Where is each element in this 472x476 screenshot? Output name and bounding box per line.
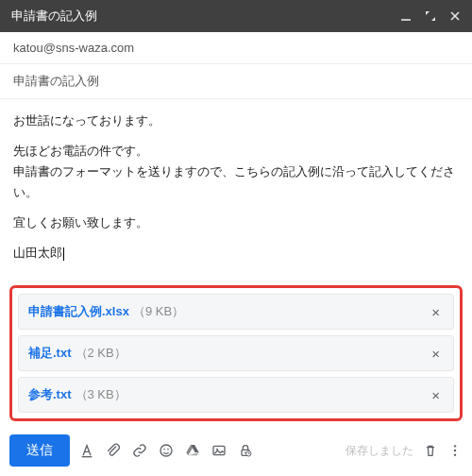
attachment-chip[interactable]: 補足.txt （2 KB） × [18,335,454,371]
saved-status: 保存しました [346,443,413,459]
body-closing: 宜しくお願い致します。 [13,212,459,233]
attachment-name: 参考.txt [28,386,72,403]
close-button[interactable] [449,10,461,22]
attachment-name: 申請書記入例.xlsx [28,303,129,320]
attachment-size: （3 KB） [76,386,126,403]
subject-value: 申請書の記入例 [13,74,99,88]
attachment-size: （2 KB） [76,345,126,362]
attachment-chip[interactable]: 申請書記入例.xlsx （9 KB） × [18,294,454,330]
recipients-field[interactable]: katou@sns-waza.com [0,32,472,64]
body-spacer [0,278,472,285]
insert-emoji-icon[interactable] [159,443,174,458]
remove-attachment-icon[interactable]: × [428,346,444,362]
svg-point-6 [167,449,169,450]
insert-link-icon[interactable] [132,443,147,458]
remove-attachment-icon[interactable]: × [428,387,444,403]
attach-file-icon[interactable] [106,443,121,458]
body-signature: 山田太郎 [13,243,459,264]
formatting-icons [79,443,253,458]
svg-point-4 [160,445,172,456]
fullscreen-button[interactable] [425,10,436,22]
svg-point-5 [163,449,165,450]
attachments-highlight-box: 申請書記入例.xlsx （9 KB） × 補足.txt （2 KB） × 参考.… [9,285,463,421]
svg-point-16 [454,450,456,451]
insert-drive-icon[interactable] [185,443,200,458]
attachment-size: （9 KB） [133,303,184,320]
svg-point-17 [454,453,456,455]
remove-attachment-icon[interactable]: × [428,304,444,320]
body-greeting: お世話になっております。 [13,110,459,131]
window-controls [400,10,461,22]
more-options-icon[interactable] [447,443,463,458]
attachment-name: 補足.txt [28,345,72,362]
send-button[interactable]: 送信 [9,434,70,467]
message-body[interactable]: お世話になっております。 先ほどお電話の件です。 申請書のフォーマットを送ります… [0,99,472,278]
compose-titlebar: 申請書の記入例 [0,0,472,32]
attachment-chip[interactable]: 参考.txt （3 KB） × [18,377,454,413]
subject-field[interactable]: 申請書の記入例 [0,64,472,98]
minimize-button[interactable] [400,10,412,22]
right-toolbar: 保存しました [346,443,463,459]
formatting-icon[interactable] [79,443,94,458]
text-cursor [63,247,64,261]
confidential-mode-icon[interactable] [238,443,253,458]
insert-photo-icon[interactable] [211,443,227,458]
recipients-value: katou@sns-waza.com [13,41,134,55]
discard-draft-icon[interactable] [423,443,438,458]
header-fields: katou@sns-waza.com 申請書の記入例 [0,32,472,99]
compose-toolbar: 送信 保存しました [0,427,472,476]
body-paragraph: 先ほどお電話の件です。 申請書のフォーマットを送りますので、こちらの記入例に沿っ… [13,141,459,203]
window-title: 申請書の記入例 [11,8,400,25]
svg-point-15 [454,445,456,447]
